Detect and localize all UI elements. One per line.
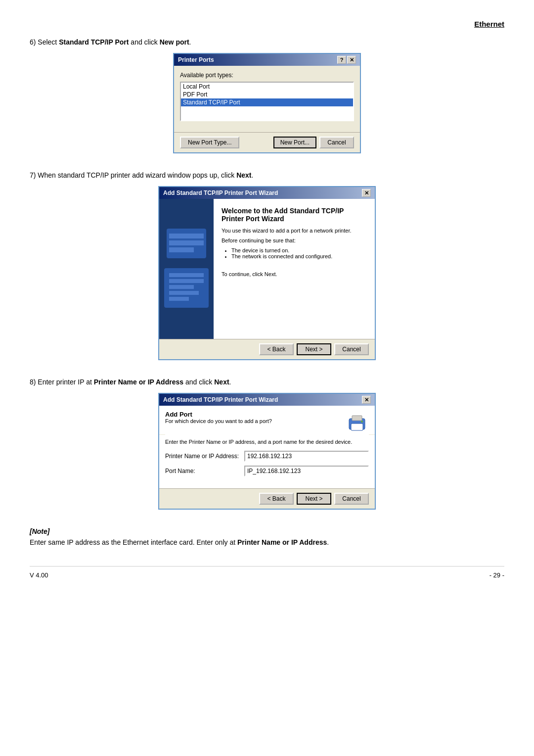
- note-title: [Note]: [30, 527, 504, 535]
- back-button[interactable]: < Back: [259, 343, 294, 355]
- wizard-desc3: To continue, click Next.: [222, 271, 367, 277]
- add-port-titlebar: Add Standard TCP/IP Printer Port Wizard …: [159, 394, 375, 406]
- close-button[interactable]: ✕: [362, 396, 371, 404]
- dialog-titlebar: Printer Ports ? ✕: [174, 54, 360, 66]
- step-6: 6) Select Standard TCP/IP Port and click…: [30, 38, 504, 153]
- list-item: The device is turned on.: [231, 247, 367, 253]
- page-number: - 29 -: [490, 571, 504, 579]
- printer-name-row: Printer Name or IP Address:: [165, 451, 369, 462]
- help-button[interactable]: ?: [337, 56, 346, 64]
- page-footer: V 4.00 - 29 -: [30, 566, 504, 579]
- back-button[interactable]: < Back: [259, 493, 294, 505]
- wizard-checklist: The device is turned on. The network is …: [231, 247, 367, 259]
- cancel-button[interactable]: Cancel: [334, 493, 369, 505]
- list-item-selected[interactable]: Standard TCP/IP Port: [181, 98, 353, 106]
- new-port-button[interactable]: New Port...: [273, 137, 316, 148]
- step-7: 7) When standard TCP/IP printer add wiza…: [30, 171, 504, 360]
- svg-rect-3: [169, 240, 204, 245]
- add-port-header: Add Port For which device do you want to…: [159, 406, 375, 434]
- wizard-titlebar: Add Standard TCP/IP Printer Port Wizard …: [159, 187, 375, 199]
- dialog-footer: New Port Type... New Port... Cancel: [174, 132, 360, 152]
- printer-ports-dialog: Printer Ports ? ✕ Available port types: …: [173, 53, 361, 153]
- wizard-sidebar: [159, 199, 214, 339]
- wizard-sidebar-graphic: [159, 199, 214, 337]
- cancel-button[interactable]: Cancel: [319, 137, 354, 148]
- titlebar-buttons: ? ✕: [337, 56, 356, 64]
- next-button[interactable]: Next >: [297, 493, 331, 505]
- dialog-title: Printer Ports: [178, 56, 214, 63]
- available-ports-label: Available port types:: [180, 72, 354, 79]
- add-port-header-text: Add Port For which device do you want to…: [165, 411, 272, 424]
- printer-name-label: Printer Name or IP Address:: [165, 453, 244, 460]
- printer-name-input[interactable]: [244, 451, 369, 462]
- step8-text: 8) Enter printer IP at Printer Name or I…: [30, 378, 504, 386]
- svg-rect-7: [169, 279, 204, 283]
- add-port-title: Add Standard TCP/IP Printer Port Wizard: [163, 396, 278, 403]
- wizard-content: Welcome to the Add Standard TCP/IP Print…: [214, 199, 375, 339]
- cancel-button[interactable]: Cancel: [334, 343, 369, 355]
- wizard-body: Welcome to the Add Standard TCP/IP Print…: [159, 199, 375, 339]
- close-button[interactable]: ✕: [362, 189, 371, 197]
- wizard-footer: < Back Next > Cancel: [159, 339, 375, 359]
- step6-text: 6) Select Standard TCP/IP Port and click…: [30, 38, 504, 46]
- step7-text: 7) When standard TCP/IP printer add wiza…: [30, 171, 504, 179]
- svg-rect-8: [169, 285, 194, 289]
- list-item[interactable]: PDF Port: [181, 91, 353, 98]
- add-port-dialog: Add Standard TCP/IP Printer Port Wizard …: [158, 393, 376, 510]
- printer-icon: [345, 411, 369, 434]
- svg-rect-9: [169, 291, 199, 295]
- port-name-input[interactable]: [244, 466, 369, 476]
- port-listbox[interactable]: Local Port PDF Port Standard TCP/IP Port: [180, 82, 354, 121]
- wizard-title: Add Standard TCP/IP Printer Port Wizard: [163, 189, 278, 196]
- wizard-heading: Welcome to the Add Standard TCP/IP Print…: [222, 207, 367, 223]
- list-item[interactable]: Local Port: [181, 83, 353, 91]
- header-title: Ethernet: [474, 20, 504, 28]
- close-button[interactable]: ✕: [347, 56, 356, 64]
- next-button[interactable]: Next >: [297, 343, 331, 355]
- dialog-body: Available port types: Local Port PDF Por…: [174, 66, 360, 132]
- add-port-footer: < Back Next > Cancel: [159, 488, 375, 509]
- port-name-label: Port Name:: [165, 468, 244, 474]
- svg-point-14: [361, 421, 363, 423]
- version-label: V 4.00: [30, 571, 48, 579]
- add-port-section-desc: For which device do you want to add a po…: [165, 418, 272, 424]
- wizard-dialog-step7: Add Standard TCP/IP Printer Port Wizard …: [158, 186, 376, 360]
- port-name-row: Port Name:: [165, 466, 369, 476]
- wizard-desc1: You use this wizard to add a port for a …: [222, 228, 367, 234]
- svg-rect-4: [169, 247, 194, 252]
- step-8: 8) Enter printer IP at Printer Name or I…: [30, 378, 504, 510]
- wizard-desc2: Before continuing be sure that:: [222, 237, 367, 243]
- add-port-section-title: Add Port: [165, 411, 272, 418]
- note-text: Enter same IP address as the Ethernet in…: [30, 538, 504, 546]
- svg-rect-6: [169, 273, 204, 277]
- field-description: Enter the Printer Name or IP address, an…: [165, 439, 369, 445]
- list-item: The network is connected and configured.: [231, 253, 367, 259]
- new-port-type-button[interactable]: New Port Type...: [180, 137, 239, 148]
- page-header: Ethernet: [30, 20, 504, 28]
- note-section: [Note] Enter same IP address as the Ethe…: [30, 527, 504, 546]
- svg-rect-12: [351, 424, 363, 430]
- svg-rect-13: [352, 416, 362, 421]
- add-port-body: Enter the Printer Name or IP address, an…: [159, 435, 375, 488]
- svg-rect-10: [169, 297, 189, 301]
- svg-rect-2: [169, 234, 204, 238]
